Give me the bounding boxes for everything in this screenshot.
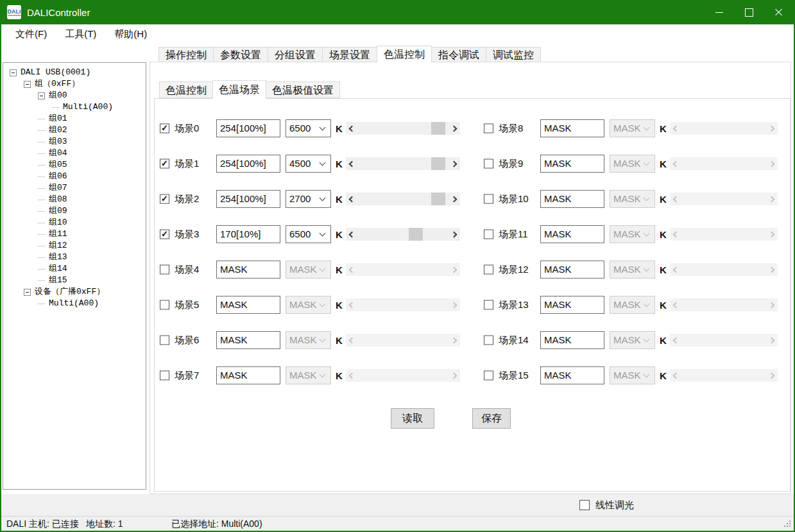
scene-level-input[interactable] — [540, 155, 604, 173]
scene-temp-dropdown[interactable]: 6500 — [286, 119, 331, 137]
tree-item[interactable]: Multi(A00) — [3, 101, 146, 113]
tree-item[interactable]: 组15 — [3, 275, 146, 286]
chevron-left-icon[interactable] — [670, 157, 680, 170]
scene-temp-dropdown[interactable]: MASK — [286, 296, 331, 314]
chevron-right-icon[interactable] — [450, 157, 460, 170]
chevron-left-icon[interactable] — [670, 334, 680, 347]
scene-checkbox[interactable] — [484, 300, 493, 309]
scrollbar-track[interactable] — [680, 193, 767, 205]
scrollbar-track[interactable] — [356, 122, 450, 135]
scrollbar-track[interactable] — [356, 298, 450, 311]
scrollbar-track[interactable] — [356, 334, 450, 347]
scrollbar-thumb[interactable] — [431, 122, 445, 135]
chevron-right-icon[interactable] — [767, 122, 778, 135]
scene-checkbox[interactable] — [160, 264, 169, 274]
scrollbar-track[interactable] — [356, 369, 450, 382]
tree-item[interactable]: 组10 — [3, 217, 146, 228]
scene-level-input[interactable] — [540, 366, 604, 384]
scrollbar-track[interactable] — [356, 157, 450, 170]
minus-box-icon[interactable] — [24, 81, 31, 88]
temp-scrollbar[interactable] — [346, 334, 460, 347]
menu-item[interactable]: 工具(T) — [56, 24, 105, 44]
tab-指令调试[interactable]: 指令调试 — [431, 47, 486, 62]
chevron-right-icon[interactable] — [450, 369, 460, 382]
scene-temp-dropdown[interactable]: 6500 — [286, 225, 331, 243]
scene-level-input[interactable] — [216, 296, 280, 314]
tab-色温控制[interactable]: 色温控制 — [159, 82, 213, 98]
scene-temp-dropdown[interactable]: 2700 — [286, 190, 331, 208]
chevron-right-icon[interactable] — [450, 298, 460, 311]
scene-temp-dropdown[interactable]: MASK — [610, 366, 655, 384]
chevron-left-icon[interactable] — [670, 369, 680, 382]
temp-scrollbar[interactable] — [346, 228, 460, 241]
tree-item[interactable]: 组05 — [3, 159, 146, 171]
scrollbar-track[interactable] — [356, 228, 450, 241]
tree-item[interactable]: Multi(A00) — [3, 298, 146, 309]
minus-box-icon[interactable] — [38, 92, 45, 99]
scene-level-input[interactable] — [540, 190, 604, 208]
scene-level-input[interactable] — [540, 225, 604, 243]
scene-checkbox[interactable] — [484, 123, 493, 133]
scrollbar-track[interactable] — [680, 157, 767, 170]
scene-level-input[interactable] — [216, 366, 280, 384]
tab-场景设置[interactable]: 场景设置 — [322, 47, 377, 62]
tree-item[interactable]: 设备（广播0xFF） — [3, 286, 146, 298]
scene-checkbox[interactable] — [160, 194, 169, 203]
scene-level-input[interactable] — [216, 331, 280, 349]
temp-scrollbar[interactable] — [346, 369, 460, 382]
temp-scrollbar[interactable] — [670, 193, 778, 205]
scene-temp-dropdown[interactable]: MASK — [610, 190, 655, 208]
scrollbar-track[interactable] — [680, 228, 767, 241]
chevron-right-icon[interactable] — [767, 298, 778, 311]
scene-temp-dropdown[interactable]: 4500 — [286, 155, 331, 173]
tree-item[interactable]: 组02 — [3, 124, 146, 136]
maximize-button[interactable] — [734, 1, 764, 23]
scene-checkbox[interactable] — [484, 194, 493, 203]
temp-scrollbar[interactable] — [670, 298, 778, 311]
scene-temp-dropdown[interactable]: MASK — [610, 119, 655, 137]
resize-grip-icon[interactable] — [783, 520, 791, 528]
tree-item[interactable]: 组12 — [3, 240, 146, 252]
chevron-left-icon[interactable] — [346, 157, 356, 170]
chevron-right-icon[interactable] — [450, 122, 460, 135]
menu-item[interactable]: 帮助(H) — [105, 24, 156, 44]
temp-scrollbar[interactable] — [346, 122, 460, 135]
linear-dimming-checkbox[interactable] — [579, 500, 590, 510]
temp-scrollbar[interactable] — [346, 263, 460, 276]
scrollbar-track[interactable] — [356, 263, 450, 276]
temp-scrollbar[interactable] — [670, 263, 778, 276]
scene-temp-dropdown[interactable]: MASK — [610, 261, 655, 279]
scene-checkbox[interactable] — [160, 300, 169, 309]
scene-checkbox[interactable] — [160, 229, 169, 239]
tree-item[interactable]: 组13 — [3, 252, 146, 263]
scene-checkbox[interactable] — [160, 159, 169, 168]
scene-level-input[interactable] — [540, 331, 604, 349]
temp-scrollbar[interactable] — [670, 122, 778, 135]
tree-item[interactable]: DALI USB(0001) — [3, 67, 146, 78]
menu-item[interactable]: 文件(F) — [6, 24, 56, 44]
chevron-left-icon[interactable] — [670, 122, 680, 135]
scene-checkbox[interactable] — [484, 335, 493, 345]
chevron-left-icon[interactable] — [346, 263, 356, 276]
scene-checkbox[interactable] — [160, 335, 169, 345]
scrollbar-thumb[interactable] — [409, 228, 423, 241]
chevron-right-icon[interactable] — [767, 193, 778, 205]
tree-item[interactable]: 组00 — [3, 90, 146, 101]
scrollbar-track[interactable] — [680, 334, 767, 347]
tree-item[interactable]: 组07 — [3, 182, 146, 194]
chevron-right-icon[interactable] — [450, 334, 460, 347]
scene-temp-dropdown[interactable]: MASK — [286, 261, 331, 279]
temp-scrollbar[interactable] — [670, 228, 778, 241]
chevron-right-icon[interactable] — [767, 334, 778, 347]
chevron-right-icon[interactable] — [450, 193, 460, 205]
chevron-left-icon[interactable] — [346, 122, 356, 135]
tab-色温极值设置[interactable]: 色温极值设置 — [266, 82, 340, 98]
tab-参数设置[interactable]: 参数设置 — [213, 47, 268, 62]
scene-checkbox[interactable] — [484, 229, 493, 239]
chevron-right-icon[interactable] — [767, 157, 778, 170]
scene-level-input[interactable] — [540, 296, 604, 314]
tree-item[interactable]: 组04 — [3, 148, 146, 159]
scene-level-input[interactable] — [540, 119, 604, 137]
chevron-left-icon[interactable] — [346, 193, 356, 205]
scene-checkbox[interactable] — [484, 370, 493, 380]
